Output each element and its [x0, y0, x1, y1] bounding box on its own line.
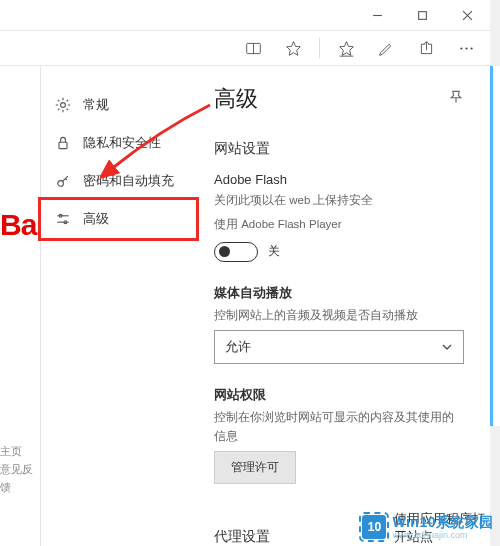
sidebar-item-label: 隐私和安全性 — [83, 134, 161, 152]
close-button[interactable] — [445, 0, 490, 30]
svg-marker-7 — [339, 41, 353, 55]
svg-point-9 — [460, 47, 462, 49]
section-website-settings: 网站设置 — [214, 140, 464, 158]
flash-use-label: 使用 Adobe Flash Player — [214, 215, 464, 233]
notes-icon[interactable] — [368, 31, 404, 65]
lock-icon — [55, 135, 71, 151]
share-icon[interactable] — [408, 31, 444, 65]
autoplay-title: 媒体自动播放 — [214, 284, 464, 302]
permissions-title: 网站权限 — [214, 386, 464, 404]
sidebar-item-advanced[interactable]: 高级 — [41, 200, 196, 238]
chevron-down-icon — [441, 341, 453, 353]
sidebar-item-general[interactable]: 常规 — [41, 86, 196, 124]
key-icon — [55, 173, 71, 189]
right-window-edge — [490, 66, 500, 426]
baidu-logo-fragment: Ba — [0, 208, 36, 242]
manage-permissions-button[interactable]: 管理许可 — [214, 451, 296, 484]
sidebar-item-label: 高级 — [83, 210, 109, 228]
favorites-hub-icon[interactable] — [328, 31, 364, 65]
background-footer: 主页 意见反馈 — [0, 442, 40, 496]
autoplay-select[interactable]: 允许 — [214, 330, 464, 364]
watermark-badge: 10 — [362, 515, 386, 539]
more-icon[interactable] — [448, 31, 484, 65]
reading-view-icon[interactable] — [235, 31, 271, 65]
settings-panel: 常规 隐私和安全性 密码和自动填充 高级 高级 — [40, 66, 490, 546]
svg-rect-1 — [419, 11, 427, 19]
watermark: 10 Win10系统家园 www.qdhuajin.com — [362, 514, 494, 540]
svg-point-14 — [58, 181, 64, 187]
svg-point-10 — [465, 47, 467, 49]
minimize-button[interactable] — [355, 0, 400, 30]
maximize-button[interactable] — [400, 0, 445, 30]
autoplay-desc: 控制网站上的音频及视频是否自动播放 — [214, 306, 464, 324]
flash-toggle-state: 关 — [268, 243, 280, 260]
settings-main: 高级 网站设置 Adobe Flash 关闭此项以在 web 上保持安全 使用 … — [196, 66, 490, 546]
settings-sidebar: 常规 隐私和安全性 密码和自动填充 高级 — [41, 66, 196, 546]
sidebar-item-passwords[interactable]: 密码和自动填充 — [41, 162, 196, 200]
sidebar-item-label: 常规 — [83, 96, 109, 114]
svg-point-12 — [61, 103, 66, 108]
watermark-url: www.qdhuajin.com — [392, 530, 494, 540]
flash-title: Adobe Flash — [214, 172, 464, 187]
autoplay-select-value: 允许 — [225, 339, 251, 356]
browser-toolbar — [0, 30, 490, 66]
sidebar-item-label: 密码和自动填充 — [83, 172, 174, 190]
svg-point-11 — [470, 47, 472, 49]
flash-toggle[interactable] — [214, 242, 258, 262]
svg-marker-6 — [286, 41, 300, 55]
sidebar-item-privacy[interactable]: 隐私和安全性 — [41, 124, 196, 162]
background-page: Ba 主页 意见反馈 — [0, 66, 40, 546]
svg-rect-13 — [59, 142, 67, 148]
divider — [319, 38, 320, 58]
window-titlebar — [0, 0, 490, 30]
flash-desc: 关闭此项以在 web 上保持安全 — [214, 191, 464, 209]
favorite-star-icon[interactable] — [275, 31, 311, 65]
pin-icon[interactable] — [448, 89, 464, 109]
gear-icon — [55, 97, 71, 113]
page-title: 高级 — [214, 84, 258, 114]
sliders-icon — [55, 211, 71, 227]
permissions-desc: 控制在你浏览时网站可显示的内容及其使用的信息 — [214, 408, 464, 445]
